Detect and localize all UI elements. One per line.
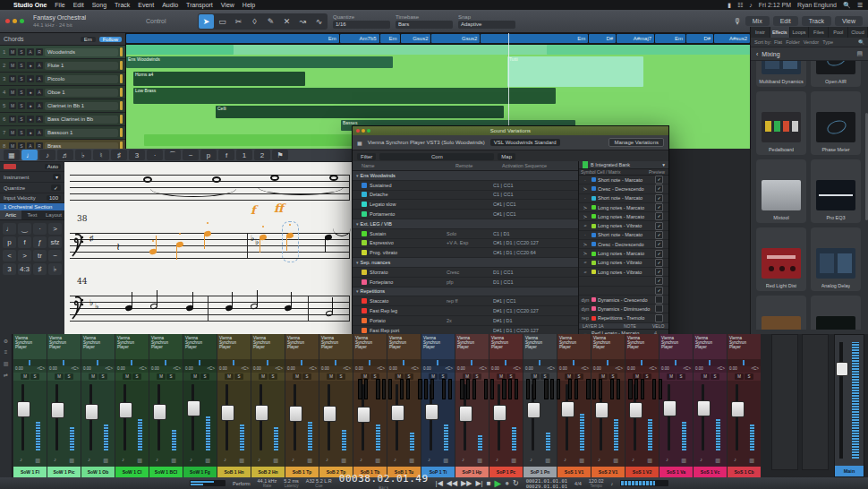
fader-zone[interactable]: ♪▥ <box>217 381 251 467</box>
track-name[interactable]: Oboe 1 <box>45 89 118 97</box>
browser-tab-files[interactable]: Files <box>809 27 829 38</box>
control-center-icon[interactable]: ☰ <box>857 2 863 9</box>
track-button-a[interactable]: A <box>36 116 43 123</box>
fader-zone[interactable]: ♪▥ <box>115 381 149 467</box>
black-key[interactable] <box>515 379 518 399</box>
solo-button[interactable]: S <box>302 373 311 380</box>
fader-cap[interactable] <box>459 406 472 422</box>
black-key[interactable] <box>617 379 620 399</box>
bank-checkbox[interactable]: ✓ <box>655 259 663 267</box>
insert-device[interactable]: Vienna Synchron Player <box>251 334 285 359</box>
insert-device[interactable]: Vienna Synchron Player <box>13 334 47 359</box>
black-key[interactable] <box>430 379 434 399</box>
channel-label[interactable]: SoS 2 V1 <box>591 467 625 477</box>
fader-cap[interactable] <box>255 405 268 421</box>
browser-breadcrumb[interactable]: ‹ Mixing ▤ <box>751 47 868 61</box>
arrange-clip[interactable]: Low Brass <box>133 88 556 104</box>
search-icon[interactable]: 🔍 <box>858 39 864 45</box>
bank-checkbox[interactable]: ✓ <box>655 277 663 285</box>
menu-user[interactable]: Ryan Englund <box>797 2 837 8</box>
channel-strip-sow-1-ob[interactable]: Vienna Synchron Player0.00<C>MS♪▥SoW 1 O… <box>81 334 115 477</box>
black-key[interactable] <box>641 379 644 399</box>
pan-control[interactable] <box>455 359 489 366</box>
bank-checkbox[interactable]: ✓ <box>655 240 663 248</box>
channel-strip-sos-1-va[interactable]: Vienna Synchron Player0.00<C>MS♪▥SoS 1 V… <box>660 334 693 477</box>
insert-device[interactable]: Vienna Synchron Player <box>319 334 353 359</box>
time-signature[interactable]: 4/4 <box>574 481 582 486</box>
solo-button[interactable]: S <box>677 373 685 380</box>
channel-strip-sop-1-ti[interactable]: Vienna Synchron Player0.00<C>MS♪▥SoP 1 T… <box>421 334 455 477</box>
pan-control[interactable] <box>591 359 625 366</box>
fader-zone[interactable]: ♪▥ <box>183 381 217 467</box>
bank-checkbox[interactable]: ✓ <box>655 212 663 220</box>
black-key[interactable] <box>442 379 446 399</box>
articulation-row[interactable]: FortepianopfpD1 | CC1 <box>353 278 578 287</box>
mute-button[interactable]: M <box>21 373 30 380</box>
arrange-clip[interactable]: Horns a4 <box>133 72 305 86</box>
solo-button[interactable]: S <box>30 373 39 380</box>
score-tool-3[interactable]: ♬ <box>57 150 73 160</box>
voice-selector[interactable]: 1 Orchestral Section <box>0 203 64 210</box>
mode-select[interactable]: Com <box>379 153 494 160</box>
eraser-tool[interactable]: ◊ <box>247 14 262 29</box>
chord-segment[interactable]: Am7b5 <box>340 34 379 43</box>
view-button-edit[interactable]: Edit <box>773 16 798 26</box>
plugin-tile-mixtool[interactable]: Mixtool <box>756 159 806 223</box>
paint-tool[interactable]: ✎ <box>263 14 278 29</box>
track-button-s[interactable]: S <box>18 48 25 56</box>
fader-cap[interactable] <box>425 404 438 420</box>
articulation-row[interactable]: PortamentoC#1 | CC1 <box>353 210 578 219</box>
plugin-titlebar[interactable]: Sound Variations <box>353 126 668 135</box>
channel-label[interactable]: SoW 1 Pic <box>47 467 81 477</box>
symbol-button[interactable]: ~ <box>48 250 62 262</box>
fader-cap[interactable] <box>663 400 677 416</box>
insert-device[interactable]: Vienna Synchron Player <box>183 334 217 359</box>
arrange-clip[interactable]: Tutti <box>507 56 643 87</box>
pan-control[interactable] <box>523 359 557 366</box>
bank-checkbox[interactable] <box>655 314 663 322</box>
track-button-s[interactable]: S <box>18 116 25 123</box>
pan-control[interactable] <box>387 359 421 366</box>
project-info[interactable]: Fantasy Orchestral 44.1 kHz · 24 bit <box>33 14 140 29</box>
channel-label[interactable]: SoW 1 Fl <box>13 467 47 477</box>
fader-track[interactable] <box>191 384 194 450</box>
rewind-button[interactable]: ◀◀ <box>447 479 457 487</box>
black-key[interactable] <box>400 379 404 399</box>
play-button[interactable]: ▶ <box>495 478 502 488</box>
black-key[interactable] <box>508 379 512 399</box>
chord-segment[interactable]: D# <box>589 34 616 43</box>
track-row-woodwinds[interactable]: 1MSARWoodwinds <box>0 46 125 59</box>
articulation-group[interactable]: ▾Ext. LEG / VIB <box>353 219 578 229</box>
pan-control[interactable] <box>183 359 217 366</box>
track-button-●[interactable]: ● <box>27 75 34 82</box>
channel-strip-sow-1-bcl[interactable]: Vienna Synchron Player0.00<C>MS♪▥SoW 1 B… <box>149 334 183 477</box>
fader-zone[interactable]: ♪▥ <box>149 381 183 467</box>
track-button-a[interactable]: A <box>36 102 43 109</box>
fader-zone[interactable]: ♪▥ <box>728 381 761 467</box>
plugin-device-name[interactable]: Vienna Synchron Player VST3 (Solo Woodwi… <box>368 140 485 145</box>
bank-checkbox[interactable]: ✓ <box>655 203 663 211</box>
black-key[interactable] <box>484 379 488 399</box>
channel-strip-sos-1-cb[interactable]: Vienna Synchron Player0.00<C>MS♪▥SoS 1 C… <box>728 334 761 477</box>
channel-strip-sob-1-tu[interactable]: Vienna Synchron Player0.00<C>MS♪▥SoB 1 T… <box>387 334 421 477</box>
banks-icon[interactable]: ▥ <box>4 360 9 366</box>
pan-control[interactable] <box>353 359 387 366</box>
channel-label[interactable]: SoS 1 V1 <box>557 467 591 477</box>
black-key[interactable] <box>659 379 662 399</box>
browser-tab-pool[interactable]: Pool <box>829 27 848 38</box>
insert-device[interactable]: Vienna Synchron Player <box>47 334 81 359</box>
solo-button[interactable]: S <box>268 373 277 380</box>
fader-cap[interactable] <box>119 402 132 418</box>
mute-button[interactable]: M <box>225 373 234 380</box>
track-row-clarinet-in-bb-1[interactable]: 5MS●AClarinet in Bb 1 <box>0 99 125 113</box>
main-channel-strip[interactable]: Main <box>834 334 864 477</box>
loop-range[interactable]: 00021.01.01.0100029.01.01.01 <box>526 478 567 489</box>
channel-strip-sob-1-tp[interactable]: Vienna Synchron Player0.00<C>MS♪▥SoB 1 T… <box>285 334 319 477</box>
chord-segment[interactable]: A#maj7 <box>617 34 654 43</box>
split-tool[interactable]: ✂ <box>231 14 246 29</box>
pan-control[interactable] <box>421 359 455 366</box>
bank-row[interactable]: ✓ <box>579 287 668 296</box>
bank-row[interactable]: ·Short note - Marcato✓ <box>579 176 668 184</box>
menu-item-file[interactable]: File <box>55 2 64 8</box>
mute-button[interactable]: M <box>123 373 132 380</box>
